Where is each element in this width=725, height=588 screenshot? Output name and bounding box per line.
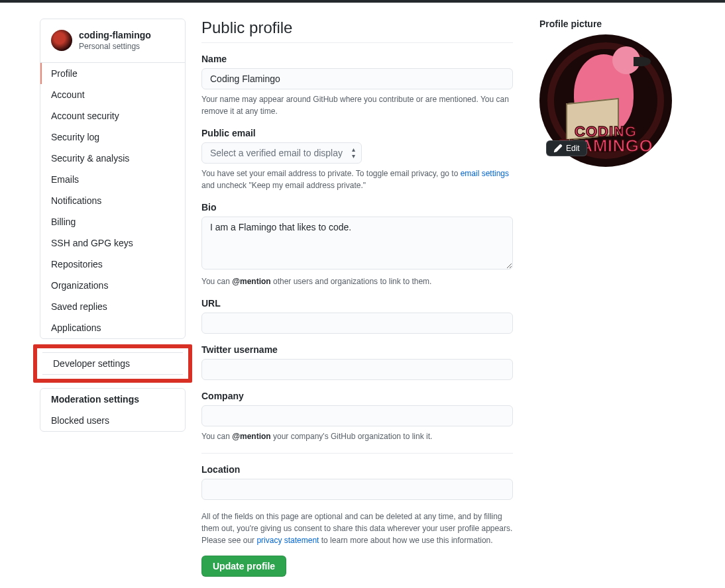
- bio-label: Bio: [201, 202, 513, 213]
- twitter-label: Twitter username: [201, 344, 513, 355]
- url-label: URL: [201, 298, 513, 309]
- edit-picture-label: Edit: [566, 144, 580, 153]
- name-input[interactable]: [201, 68, 513, 89]
- email-settings-link[interactable]: email settings: [461, 169, 509, 178]
- location-label: Location: [201, 464, 513, 475]
- sidebar-item-applications[interactable]: Applications: [40, 317, 185, 338]
- sidebar-item-saved-replies[interactable]: Saved replies: [40, 296, 185, 317]
- moderation-menu: Moderation settings Blocked users: [40, 388, 186, 432]
- sidebar-item-notifications[interactable]: Notifications: [40, 190, 185, 211]
- sidebar-item-developer-settings[interactable]: Developer settings: [42, 353, 183, 374]
- sidebar-item-profile[interactable]: Profile: [40, 63, 185, 84]
- sidebar-item-account[interactable]: Account: [40, 84, 185, 105]
- divider: [201, 453, 513, 454]
- twitter-input[interactable]: [201, 359, 513, 380]
- edit-picture-button[interactable]: Edit: [546, 140, 587, 156]
- sidebar-item-account-security[interactable]: Account security: [40, 105, 185, 126]
- email-select[interactable]: Select a verified email to display: [201, 142, 362, 164]
- disclaimer: All of the fields on this page are optio…: [201, 511, 513, 546]
- profile-picture-label: Profile picture: [539, 19, 685, 29]
- developer-settings-highlight: Developer settings: [33, 344, 192, 383]
- sidebar-item-ssh-gpg[interactable]: SSH and GPG keys: [40, 232, 185, 254]
- privacy-statement-link[interactable]: privacy statement: [256, 536, 319, 545]
- sidebar-item-organizations[interactable]: Organizations: [40, 275, 185, 296]
- sidebar-item-repositories[interactable]: Repositories: [40, 254, 185, 275]
- page-title: Public profile: [201, 19, 513, 43]
- sidebar-subtitle: Personal settings: [79, 42, 151, 52]
- bio-note: You can @mention other users and organiz…: [201, 275, 513, 287]
- sidebar-item-blocked-users[interactable]: Blocked users: [40, 410, 185, 431]
- settings-menu: coding-flamingo Personal settings Profil…: [40, 19, 186, 339]
- update-profile-button[interactable]: Update profile: [201, 556, 286, 577]
- sidebar-item-security-log[interactable]: Security log: [40, 126, 185, 148]
- email-label: Public email: [201, 128, 513, 138]
- company-label: Company: [201, 391, 513, 401]
- avatar-icon: [51, 30, 72, 51]
- sidebar-item-billing[interactable]: Billing: [40, 211, 185, 232]
- company-input[interactable]: [201, 405, 513, 426]
- bio-textarea[interactable]: I am a Flamingo that likes to code.: [201, 217, 513, 270]
- company-note: You can @mention your company's GitHub o…: [201, 430, 513, 442]
- name-label: Name: [201, 54, 513, 64]
- sidebar-item-emails[interactable]: Emails: [40, 169, 185, 190]
- settings-sidebar: coding-flamingo Personal settings Profil…: [40, 19, 186, 577]
- sidebar-user-header: coding-flamingo Personal settings: [40, 19, 185, 63]
- sidebar-username: coding-flamingo: [79, 30, 151, 42]
- name-note: Your name may appear around GitHub where…: [201, 93, 513, 117]
- sidebar-item-security-analysis[interactable]: Security & analysis: [40, 148, 185, 169]
- profile-picture: CODING FLAMINGO Edit: [539, 34, 672, 167]
- email-note: You have set your email address to priva…: [201, 168, 513, 191]
- pencil-icon: [553, 144, 563, 153]
- location-input[interactable]: [201, 479, 513, 500]
- url-input[interactable]: [201, 313, 513, 334]
- sidebar-heading-moderation: Moderation settings: [40, 389, 185, 410]
